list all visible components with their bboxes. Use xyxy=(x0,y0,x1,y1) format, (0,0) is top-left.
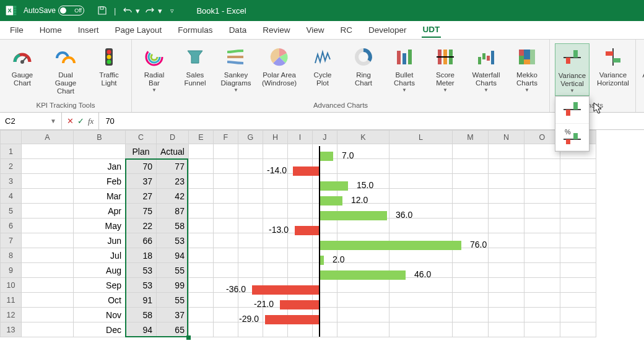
cell-E9[interactable] xyxy=(188,263,213,278)
column-header-I[interactable]: I xyxy=(287,131,312,144)
advanced-type-1-button[interactable]: Advanced Type1 ▼ xyxy=(641,43,644,103)
tab-page-layout[interactable]: Page Layout xyxy=(114,23,163,37)
cancel-icon[interactable]: ✕ xyxy=(67,116,74,126)
tab-developer[interactable]: Developer xyxy=(367,23,408,37)
column-header-K[interactable]: K xyxy=(337,131,389,144)
column-header-A[interactable]: A xyxy=(22,131,74,144)
cell-P5[interactable] xyxy=(560,204,596,218)
redo-icon[interactable] xyxy=(144,5,155,16)
tab-udt[interactable]: UDT xyxy=(422,22,442,38)
cell-A8[interactable] xyxy=(22,248,74,263)
cell-A13[interactable] xyxy=(22,322,74,337)
cell-D2[interactable]: 77 xyxy=(157,159,189,174)
cell-O3[interactable] xyxy=(524,174,560,189)
column-header-L[interactable]: L xyxy=(389,131,452,144)
cell-E6[interactable] xyxy=(188,218,213,233)
polar-area-button[interactable]: Polar Area (Windrose) xyxy=(259,43,299,89)
cell-B10[interactable]: Sep xyxy=(74,278,126,293)
cell-B7[interactable]: Jun xyxy=(74,233,126,248)
cell-D7[interactable]: 53 xyxy=(157,233,189,248)
column-header-D[interactable]: D xyxy=(157,131,189,144)
row-header-2[interactable]: 2 xyxy=(1,159,22,174)
cell-C7[interactable]: 66 xyxy=(126,233,157,248)
tab-home[interactable]: Home xyxy=(38,23,63,37)
tab-insert[interactable]: Insert xyxy=(77,23,100,37)
row-header-6[interactable]: 6 xyxy=(1,218,22,233)
cell-P13[interactable] xyxy=(560,322,596,337)
redo-dropdown-icon[interactable]: ▾ xyxy=(157,5,163,16)
cell-C11[interactable]: 91 xyxy=(126,293,157,308)
row-header-4[interactable]: 4 xyxy=(1,189,22,204)
cell-A11[interactable] xyxy=(22,293,74,308)
row-header-8[interactable]: 8 xyxy=(1,248,22,263)
cell-A6[interactable] xyxy=(22,218,74,233)
cell-O12[interactable] xyxy=(524,308,560,322)
save-icon[interactable] xyxy=(97,5,108,16)
column-header-B[interactable]: B xyxy=(74,131,126,144)
cell-D10[interactable]: 99 xyxy=(157,278,189,293)
undo-dropdown-icon[interactable]: ▾ xyxy=(134,5,141,16)
cell-B8[interactable]: Jul xyxy=(74,248,126,263)
tab-review[interactable]: Review xyxy=(261,23,291,37)
cell-E4[interactable] xyxy=(188,189,213,204)
cell-C6[interactable]: 22 xyxy=(126,218,157,233)
cell-C9[interactable]: 53 xyxy=(126,263,157,278)
cell-A4[interactable] xyxy=(22,189,74,204)
tab-rc[interactable]: RC xyxy=(339,23,354,37)
cell-E10[interactable] xyxy=(188,278,213,293)
fx-icon[interactable]: fx xyxy=(88,116,94,126)
row-header-5[interactable]: 5 xyxy=(1,204,22,218)
cell-A10[interactable] xyxy=(22,278,74,293)
cell-A7[interactable] xyxy=(22,233,74,248)
cell-B6[interactable]: May xyxy=(74,218,126,233)
cell-O4[interactable] xyxy=(524,189,560,204)
cell-O5[interactable] xyxy=(524,204,560,218)
cell-A5[interactable] xyxy=(22,204,74,218)
column-header-C[interactable]: C xyxy=(126,131,157,144)
cell-D4[interactable]: 42 xyxy=(157,189,189,204)
column-header-G[interactable]: G xyxy=(238,131,263,144)
cell-O8[interactable] xyxy=(524,248,560,263)
grid-area[interactable]: ABCDEFGHIJKLMNOP1PlanActual2Jan70773Feb3… xyxy=(0,130,644,337)
column-header-J[interactable]: J xyxy=(312,131,337,144)
cell-D12[interactable]: 37 xyxy=(157,308,189,322)
cell-B3[interactable]: Feb xyxy=(74,174,126,189)
cell-C5[interactable]: 75 xyxy=(126,204,157,218)
name-box-dropdown-icon[interactable]: ▼ xyxy=(50,118,56,124)
cell-A1[interactable] xyxy=(22,144,74,159)
dual-gauge-chart-button[interactable]: Dual GaugeChart xyxy=(46,43,85,97)
waterfall-charts-button[interactable]: WaterfallCharts ▼ xyxy=(469,43,503,95)
variance-horizontal-button[interactable]: VarianceHorizontal xyxy=(596,43,630,89)
column-header-H[interactable]: H xyxy=(263,131,287,144)
row-header-12[interactable]: 12 xyxy=(1,308,22,322)
cell-P2[interactable] xyxy=(560,159,596,174)
cell-E11[interactable] xyxy=(188,293,213,308)
cell-B1[interactable] xyxy=(74,144,126,159)
cell-C10[interactable]: 53 xyxy=(126,278,157,293)
traffic-light-button[interactable]: TrafficLight xyxy=(92,43,126,89)
cell-O10[interactable] xyxy=(524,278,560,293)
cell-C2[interactable]: 70 xyxy=(126,159,157,174)
cell-P12[interactable] xyxy=(560,308,596,322)
score-meter-button[interactable]: ScoreMeter ▼ xyxy=(428,43,463,95)
cell-P10[interactable] xyxy=(560,278,596,293)
cell-A9[interactable] xyxy=(22,263,74,278)
cell-B13[interactable]: Dec xyxy=(74,322,126,337)
cell-D9[interactable]: 55 xyxy=(157,263,189,278)
bullet-charts-button[interactable]: BulletCharts ▼ xyxy=(387,43,422,95)
row-header-3[interactable]: 3 xyxy=(1,174,22,189)
radial-bar-button[interactable]: RadialBar ▼ xyxy=(137,43,172,95)
cell-E2[interactable] xyxy=(188,159,213,174)
undo-icon[interactable] xyxy=(122,5,133,16)
cell-O13[interactable] xyxy=(524,322,560,337)
cell-O7[interactable] xyxy=(524,233,560,248)
qat-customize-icon[interactable]: ▿ xyxy=(167,5,178,16)
cell-P9[interactable] xyxy=(560,263,596,278)
cell-E3[interactable] xyxy=(188,174,213,189)
tab-file[interactable]: File xyxy=(9,23,25,37)
cell-D3[interactable]: 23 xyxy=(157,174,189,189)
cell-P11[interactable] xyxy=(560,293,596,308)
cell-P4[interactable] xyxy=(560,189,596,204)
sankey-diagrams-button[interactable]: SankeyDiagrams ▼ xyxy=(219,43,253,95)
cell-C8[interactable]: 18 xyxy=(126,248,157,263)
